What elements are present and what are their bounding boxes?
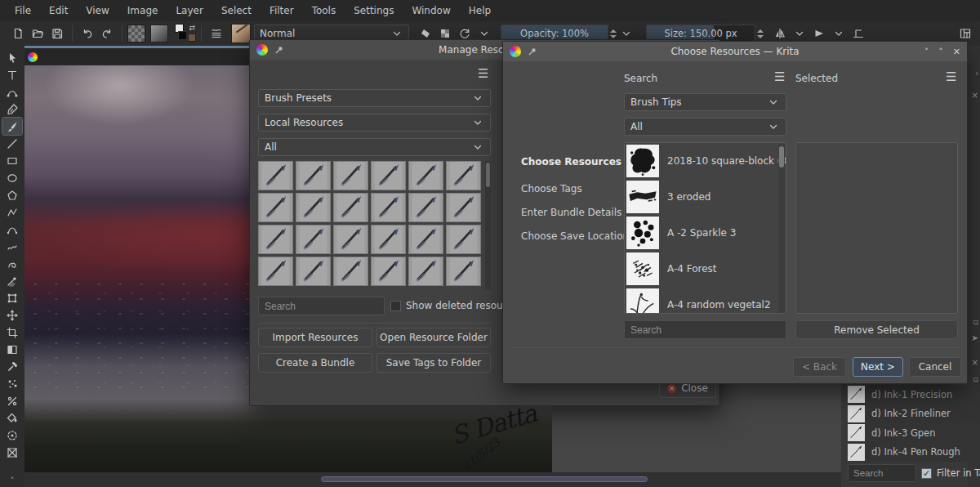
brush-preset-cell[interactable] bbox=[296, 225, 331, 254]
brush-preset-cell[interactable] bbox=[333, 193, 368, 222]
toolbox-scroll-down-icon[interactable]: ˅ bbox=[11, 476, 15, 485]
docker-search-input[interactable] bbox=[848, 464, 916, 482]
scrollbar-thumb[interactable] bbox=[321, 476, 648, 482]
resource-list[interactable]: 2018-10 square-block 0013 erodedA -2 Spa… bbox=[624, 142, 786, 314]
tag-filter-select[interactable]: All bbox=[258, 138, 491, 156]
resource-row[interactable]: 2018-10 square-block 001 bbox=[625, 143, 786, 179]
import-resources-button[interactable]: Import Resources bbox=[258, 328, 372, 347]
next-button[interactable]: Next > bbox=[853, 357, 903, 377]
tool-select-shapes[interactable] bbox=[2, 49, 22, 66]
horizontal-scrollbar[interactable] bbox=[24, 472, 841, 487]
redo-icon[interactable] bbox=[97, 24, 117, 43]
tool-line[interactable] bbox=[2, 135, 22, 152]
tool-text[interactable] bbox=[2, 66, 22, 83]
brush-preset-cell[interactable] bbox=[258, 225, 293, 254]
size-spinner[interactable] bbox=[757, 29, 764, 38]
hamburger-menu-icon[interactable]: ☰ bbox=[774, 71, 785, 83]
preset-row[interactable]: d) Ink-3 Gpen bbox=[848, 423, 980, 443]
close-icon[interactable]: ✕ bbox=[953, 47, 960, 57]
hamburger-menu-icon[interactable]: ☰ bbox=[478, 68, 488, 80]
tool-rectangle[interactable] bbox=[2, 152, 22, 169]
menu-layer[interactable]: Layer bbox=[167, 2, 211, 20]
menu-file[interactable]: File bbox=[7, 2, 39, 20]
arrow-right-icon[interactable]: › bbox=[975, 69, 978, 78]
pattern-swatch[interactable] bbox=[127, 25, 145, 42]
shade-icon[interactable]: ˅ bbox=[924, 47, 929, 57]
resource-type-select[interactable]: Brush Presets bbox=[258, 89, 491, 107]
pin-icon[interactable] bbox=[528, 47, 537, 56]
hamburger-menu-icon[interactable]: ☰ bbox=[946, 71, 956, 83]
fg-bg-colors-swatch[interactable]: ⇄ bbox=[175, 24, 196, 43]
tool-freehand-brush[interactable] bbox=[2, 118, 22, 135]
brush-preset-cell[interactable] bbox=[371, 161, 406, 190]
tool-dynamic-brush[interactable] bbox=[2, 255, 22, 272]
float-docker-icon[interactable]: ▫ bbox=[973, 317, 978, 326]
brush-preset-cell[interactable] bbox=[296, 161, 331, 190]
unshade-icon[interactable]: ˄ bbox=[938, 47, 943, 57]
menu-view[interactable]: View bbox=[78, 2, 117, 20]
brush-preset-cell[interactable] bbox=[371, 257, 406, 286]
brush-preset-cell[interactable] bbox=[446, 193, 481, 222]
create-bundle-button[interactable]: Create a Bundle bbox=[258, 353, 372, 373]
preset-row[interactable]: d) Ink-1 Precision bbox=[848, 385, 980, 404]
brush-preset-cell[interactable] bbox=[408, 225, 443, 254]
tool-polygon[interactable] bbox=[2, 186, 22, 203]
tool-enclose-fill[interactable] bbox=[2, 427, 22, 444]
tool-transform[interactable] bbox=[2, 289, 22, 306]
undo-icon[interactable] bbox=[78, 24, 97, 43]
remove-selected-button[interactable]: Remove Selected bbox=[795, 320, 958, 339]
tool-color-sampler[interactable] bbox=[2, 358, 22, 375]
tool-fill[interactable] bbox=[2, 409, 22, 427]
resource-row[interactable]: A-4 Forest bbox=[625, 251, 786, 287]
tool-freehand-path[interactable] bbox=[2, 238, 22, 255]
tool-smart-patch[interactable] bbox=[2, 375, 22, 392]
float-docker-icon[interactable]: ▫ bbox=[973, 374, 978, 383]
menu-tools[interactable]: Tools bbox=[304, 2, 345, 20]
tool-polyline[interactable] bbox=[2, 203, 22, 221]
save-tags-to-folder-button[interactable]: Save Tags to Folder bbox=[376, 353, 491, 373]
preset-row[interactable]: d) Ink-2 Fineliner bbox=[848, 404, 980, 424]
dialog-titlebar[interactable]: Choose Resources — Krita ˅ ˄ ✕ bbox=[503, 42, 967, 61]
open-resource-folder-button[interactable]: Open Resource Folder bbox=[376, 328, 491, 347]
brush-preset-cell[interactable] bbox=[408, 161, 443, 190]
brush-preset-cell[interactable] bbox=[258, 257, 293, 286]
brush-preset-cell[interactable] bbox=[333, 257, 368, 286]
cancel-button[interactable]: Cancel bbox=[909, 357, 961, 377]
brush-preset-cell[interactable] bbox=[333, 225, 368, 254]
tag-filter-select[interactable]: All bbox=[624, 118, 786, 136]
brush-preset-cell[interactable] bbox=[296, 257, 331, 286]
tool-multibrush[interactable] bbox=[2, 272, 22, 289]
resource-row[interactable]: A-4 random vegetal2 bbox=[625, 287, 786, 314]
brush-settings-icon[interactable] bbox=[207, 24, 226, 43]
resource-search-input[interactable] bbox=[258, 297, 385, 315]
menu-select[interactable]: Select bbox=[213, 2, 260, 20]
opacity-spinner[interactable] bbox=[610, 29, 617, 38]
list-scrollbar[interactable] bbox=[778, 144, 785, 314]
save-icon[interactable] bbox=[47, 24, 67, 43]
tool-edit-shapes[interactable] bbox=[2, 83, 22, 101]
tool-assistants[interactable] bbox=[2, 444, 22, 461]
wizard-step-choose-tags[interactable]: Choose Tags bbox=[521, 183, 629, 194]
brush-preset-cell[interactable] bbox=[296, 193, 331, 222]
resource-row[interactable]: 3 eroded bbox=[625, 179, 786, 215]
brush-preset-cell[interactable] bbox=[446, 225, 481, 254]
brush-preset-cell[interactable] bbox=[446, 257, 481, 286]
menu-settings[interactable]: Settings bbox=[345, 2, 402, 20]
brush-preset-cell[interactable] bbox=[333, 161, 368, 190]
tool-bezier-curve[interactable] bbox=[2, 221, 22, 238]
pin-icon[interactable] bbox=[274, 46, 283, 55]
brush-preset-cell[interactable] bbox=[446, 161, 481, 190]
wizard-step-choose-resources[interactable]: Choose Resources bbox=[521, 156, 629, 168]
pin-icon[interactable]: ➤ bbox=[972, 333, 978, 342]
tool-measure[interactable] bbox=[2, 392, 22, 409]
menu-help[interactable]: Help bbox=[461, 2, 499, 20]
menu-edit[interactable]: Edit bbox=[41, 2, 76, 20]
wizard-step-choose-save-location[interactable]: Choose Save Location bbox=[521, 230, 629, 242]
menu-window[interactable]: Window bbox=[403, 2, 458, 20]
tool-move[interactable] bbox=[2, 306, 22, 324]
preset-row[interactable]: d) Ink-4 Pen Rough bbox=[848, 443, 980, 462]
brush-preset-cell[interactable] bbox=[258, 193, 293, 222]
tool-ellipse[interactable] bbox=[2, 169, 22, 186]
tool-crop[interactable] bbox=[2, 324, 22, 341]
filter-in-tag-checkbox[interactable]: ✓ bbox=[921, 468, 932, 479]
